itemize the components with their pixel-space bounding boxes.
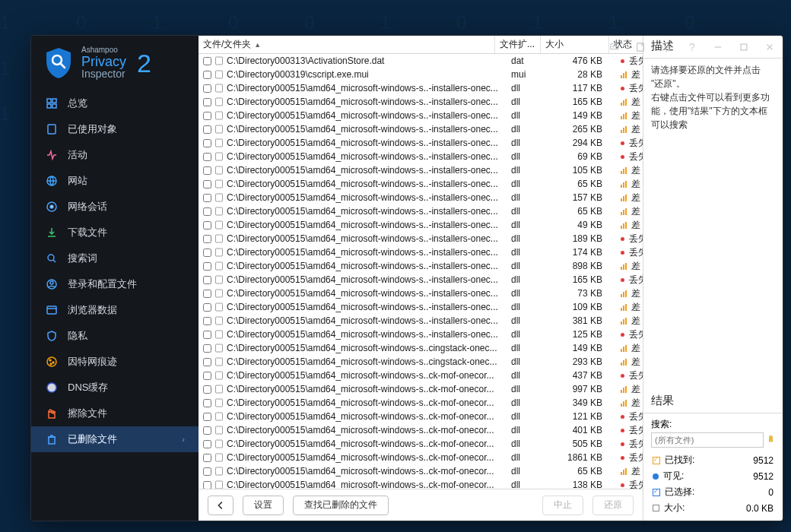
table-row[interactable]: C:\Directory000515\amd64_microsoft-windo… [199,314,643,328]
table-row[interactable]: C:\Directory000515\amd64_microsoft-windo… [199,136,643,150]
row-checkbox[interactable] [203,426,211,435]
row-checkbox[interactable] [203,180,211,188]
sidebar-item-search[interactable]: 搜索词 [31,245,199,271]
table-row[interactable]: C:\Directory000515\amd64_microsoft-windo… [199,369,643,382]
row-checkbox[interactable] [203,98,211,106]
help-button[interactable]: ? [679,36,705,59]
maximize-button[interactable] [731,36,757,59]
sidebar-item-session[interactable]: 网络会话 [31,194,199,220]
row-checkbox[interactable] [203,440,211,448]
table-row[interactable]: C:\Directory000515\amd64_microsoft-windo… [199,109,643,122]
row-checkbox[interactable] [203,84,211,93]
row-checkbox[interactable] [203,249,211,257]
notes-button[interactable] [627,36,653,59]
back-button[interactable] [208,496,233,515]
sidebar-item-download[interactable]: 下载文件 [31,220,199,245]
sidebar-item-login[interactable]: 登录和配置文件 [31,271,199,297]
row-checkbox[interactable] [203,290,211,298]
table-row[interactable]: C:\Directory000515\amd64_microsoft-windo… [199,177,643,191]
row-checkbox[interactable] [203,481,211,489]
sidebar-item-cookie[interactable]: 因特网痕迹 [31,349,199,375]
table-row[interactable]: C:\Directory000319\cscript.exe.muimui28 … [199,68,643,81]
file-table[interactable]: 文件/文件夹 ▲ 文件扩... 大小 状态 C:\Directory000313… [199,36,643,489]
col-path[interactable]: 文件/文件夹 ▲ [199,36,495,53]
table-row[interactable]: C:\Directory000515\amd64_microsoft-windo… [199,191,643,204]
table-row[interactable]: C:\Directory000515\amd64_microsoft-windo… [199,300,643,314]
close-button[interactable] [757,36,783,59]
row-checkbox[interactable] [203,235,211,243]
abort-btn[interactable]: 中止 [542,496,583,515]
sidebar-item-activity[interactable]: 活动 [31,142,199,168]
row-checkbox[interactable] [203,399,211,407]
sidebar-item-overview[interactable]: 总览 [31,90,199,116]
sidebar-item-dns[interactable]: DNS缓存 [31,375,199,401]
row-checkbox[interactable] [203,413,211,421]
table-row[interactable]: C:\Directory000515\amd64_microsoft-windo… [199,464,643,478]
sidebar-item-erase[interactable]: 擦除文件 [31,401,199,426]
row-checkbox[interactable] [203,71,211,79]
row-checkbox[interactable] [203,153,211,161]
table-row[interactable]: C:\Directory000515\amd64_microsoft-windo… [199,341,643,355]
table-row[interactable]: C:\Directory000515\amd64_microsoft-windo… [199,355,643,369]
table-row[interactable]: C:\Directory000515\amd64_microsoft-windo… [199,259,643,273]
row-checkbox[interactable] [203,303,211,312]
table-row[interactable]: C:\Directory000515\amd64_microsoft-windo… [199,81,643,95]
row-checkbox[interactable] [203,207,211,216]
settings-button[interactable] [653,36,679,59]
row-checkbox[interactable] [203,57,211,65]
table-row[interactable]: C:\Directory000515\amd64_microsoft-windo… [199,396,643,410]
col-ext[interactable]: 文件扩... [495,36,541,53]
row-checkbox[interactable] [203,276,211,284]
table-row[interactable]: C:\Directory000515\amd64_microsoft-windo… [199,218,643,232]
row-checkbox[interactable] [203,385,211,394]
sidebar-item-browser[interactable]: 浏览器数据 [31,297,199,323]
row-checkbox[interactable] [203,166,211,175]
table-row[interactable]: C:\Directory000515\amd64_microsoft-windo… [199,437,643,451]
table-row[interactable]: C:\Directory000515\amd64_microsoft-windo… [199,95,643,109]
row-checkbox[interactable] [203,221,211,230]
table-header[interactable]: 文件/文件夹 ▲ 文件扩... 大小 状态 [199,36,643,54]
table-row[interactable]: C:\Directory000515\amd64_microsoft-windo… [199,423,643,437]
row-checkbox[interactable] [203,372,211,380]
cell-ext: dll [507,425,552,435]
table-row[interactable]: C:\Directory000515\amd64_microsoft-windo… [199,204,643,218]
table-row[interactable]: C:\Directory000515\amd64_microsoft-windo… [199,150,643,163]
restore-btn[interactable]: 还原 [592,496,634,515]
table-row[interactable]: C:\Directory000515\amd64_microsoft-windo… [199,478,643,489]
row-checkbox[interactable] [203,344,211,353]
col-size[interactable]: 大小 [541,36,609,53]
table-row[interactable]: C:\Directory000515\amd64_microsoft-windo… [199,273,643,287]
row-checkbox[interactable] [203,194,211,202]
feedback-button[interactable] [602,36,627,59]
sidebar-item-privacy[interactable]: 隐私 [31,323,199,349]
sidebar-item-used[interactable]: 已使用对象 [31,116,199,142]
table-row[interactable]: C:\Directory000515\amd64_microsoft-windo… [199,232,643,245]
sidebar-item-web[interactable]: 网站 [31,168,199,194]
table-row[interactable]: C:\Directory000515\amd64_microsoft-windo… [199,163,643,177]
settings-btn[interactable]: 设置 [243,496,284,515]
table-row[interactable]: C:\Directory000515\amd64_microsoft-windo… [199,382,643,396]
cell-ext: dll [507,397,552,408]
table-row[interactable]: C:\Directory000313\ActivationStore.datda… [199,54,643,68]
row-checkbox[interactable] [203,358,211,366]
table-row[interactable]: C:\Directory000515\amd64_microsoft-windo… [199,451,643,464]
sidebar-item-deleted[interactable]: 已删除文件› [31,426,199,452]
row-checkbox[interactable] [203,262,211,271]
sidebar-item-label: 搜索词 [68,252,97,265]
row-checkbox[interactable] [203,331,211,339]
row-checkbox[interactable] [203,125,211,134]
table-row[interactable]: C:\Directory000515\amd64_microsoft-windo… [199,245,643,259]
row-checkbox[interactable] [203,112,211,120]
search-input[interactable] [651,432,764,448]
minimize-button[interactable] [705,36,731,59]
table-row[interactable]: C:\Directory000515\amd64_microsoft-windo… [199,287,643,300]
table-row[interactable]: C:\Directory000515\amd64_microsoft-windo… [199,328,643,341]
row-checkbox[interactable] [203,454,211,462]
search-filter-icon[interactable] [767,435,775,445]
row-checkbox[interactable] [203,139,211,147]
table-row[interactable]: C:\Directory000515\amd64_microsoft-windo… [199,410,643,423]
row-checkbox[interactable] [203,317,211,325]
find-deleted-btn[interactable]: 查找已删除的文件 [293,496,389,515]
table-row[interactable]: C:\Directory000515\amd64_microsoft-windo… [199,122,643,136]
row-checkbox[interactable] [203,467,211,476]
